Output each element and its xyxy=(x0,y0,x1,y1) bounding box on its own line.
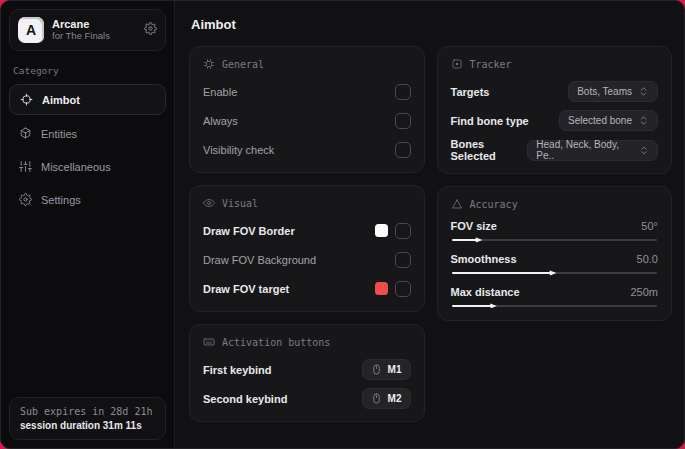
dropdown-value: Selected bone xyxy=(568,115,632,126)
visibility-check-checkbox[interactable] xyxy=(395,142,411,158)
setting-label: Draw FOV target xyxy=(203,283,289,295)
sub-expiry-text: Sub expires in 28d 21h xyxy=(20,406,155,417)
enable-checkbox[interactable] xyxy=(395,84,411,100)
general-card: General Enable Always Visibility check xyxy=(189,46,425,173)
main-content: Aimbot General Enable Always xyxy=(175,1,684,448)
setting-row-fov-size: FOV size 50° xyxy=(451,220,659,241)
activation-card-header: Activation buttons xyxy=(203,336,411,348)
slider-value: 250m xyxy=(630,286,658,298)
app-name: Arcane xyxy=(52,18,136,31)
app-header-card: A Arcane for The Finals xyxy=(9,9,166,51)
fov-size-slider[interactable] xyxy=(452,239,658,241)
dropdown-value: Bots, Teams xyxy=(577,86,632,97)
setting-label: Bones Selected xyxy=(451,138,528,162)
setting-row-fov-target: Draw FOV target xyxy=(203,277,411,300)
fov-border-checkbox[interactable] xyxy=(395,223,411,239)
subscription-card: Sub expires in 28d 21h session duration … xyxy=(9,397,166,440)
setting-label: Targets xyxy=(451,86,490,98)
tracker-card: Tracker Targets Bots, Teams Find bone ty… xyxy=(437,46,673,174)
accuracy-card-header: Accuracy xyxy=(451,198,659,210)
find-bone-type-dropdown[interactable]: Selected bone xyxy=(559,110,658,131)
activation-card: Activation buttons First keybind M1 Seco… xyxy=(189,324,425,422)
first-keybind-button[interactable]: M1 xyxy=(362,359,411,380)
triangle-icon xyxy=(451,198,463,210)
setting-label: Max distance xyxy=(451,286,520,298)
max-distance-slider[interactable] xyxy=(452,305,658,307)
chevrons-up-down-icon xyxy=(639,145,649,156)
setting-label: First keybind xyxy=(203,364,271,376)
chevrons-up-down-icon xyxy=(638,115,649,126)
card-title: Activation buttons xyxy=(222,337,330,348)
targets-dropdown[interactable]: Bots, Teams xyxy=(568,81,658,102)
setting-row-fov-background: Draw FOV Background xyxy=(203,248,411,271)
chevrons-up-down-icon xyxy=(638,86,649,97)
setting-label: FOV size xyxy=(451,220,497,232)
focus-icon xyxy=(451,58,463,70)
settings-gear-icon[interactable] xyxy=(144,22,157,38)
setting-row-find-bone-type: Find bone type Selected bone xyxy=(451,109,659,132)
bones-selected-dropdown[interactable]: Head, Neck, Body, Pe.. xyxy=(527,140,658,161)
visual-card: Visual Draw FOV Border Draw FOV Backgrou… xyxy=(189,185,425,312)
setting-label: Smoothness xyxy=(451,253,517,265)
setting-label: Second keybind xyxy=(203,393,287,405)
slider-value: 50.0 xyxy=(637,253,658,265)
left-column: General Enable Always Visibility check xyxy=(189,46,425,422)
eye-icon xyxy=(203,197,215,209)
sliders-icon xyxy=(19,160,32,173)
setting-row-max-distance: Max distance 250m xyxy=(451,286,659,307)
slider-value: 50° xyxy=(641,220,658,232)
slider-thumb[interactable] xyxy=(475,237,482,244)
sidebar-item-label: Miscellaneous xyxy=(41,161,111,173)
setting-label: Draw FOV Background xyxy=(203,254,316,266)
crosshair-icon xyxy=(20,93,33,106)
fov-border-color-swatch[interactable] xyxy=(375,224,388,237)
sidebar-item-miscellaneous[interactable]: Miscellaneous xyxy=(9,152,166,181)
slider-thumb[interactable] xyxy=(549,270,556,277)
setting-label: Find bone type xyxy=(451,115,529,127)
sidebar: A Arcane for The Finals Category Aimbot … xyxy=(1,1,175,448)
keybind-value: M1 xyxy=(388,364,402,375)
mouse-icon xyxy=(371,393,382,404)
tracker-card-header: Tracker xyxy=(451,58,659,70)
setting-row-targets: Targets Bots, Teams xyxy=(451,80,659,103)
app-title-block: Arcane for The Finals xyxy=(52,18,136,42)
setting-row-smoothness: Smoothness 50.0 xyxy=(451,253,659,274)
setting-row-fov-border: Draw FOV Border xyxy=(203,219,411,242)
setting-row-second-keybind: Second keybind M2 xyxy=(203,387,411,410)
setting-row-visibility-check: Visibility check xyxy=(203,138,411,161)
card-title: Tracker xyxy=(470,59,512,70)
card-title: Visual xyxy=(222,198,258,209)
smoothness-slider[interactable] xyxy=(452,272,658,274)
always-checkbox[interactable] xyxy=(395,113,411,129)
dropdown-value: Head, Neck, Body, Pe.. xyxy=(536,139,632,161)
accuracy-card: Accuracy FOV size 50° xyxy=(437,186,673,321)
general-icon xyxy=(203,58,215,70)
sidebar-item-label: Entities xyxy=(41,128,77,140)
slider-thumb[interactable] xyxy=(490,303,497,310)
fov-target-color-swatch[interactable] xyxy=(375,282,388,295)
sidebar-item-label: Settings xyxy=(41,194,81,206)
category-label: Category xyxy=(13,65,166,76)
entities-icon xyxy=(19,127,32,140)
sidebar-item-label: Aimbot xyxy=(42,94,80,106)
visual-card-header: Visual xyxy=(203,197,411,209)
keybind-value: M2 xyxy=(388,393,402,404)
second-keybind-button[interactable]: M2 xyxy=(362,388,411,409)
app-logo: A xyxy=(18,17,44,43)
setting-row-first-keybind: First keybind M1 xyxy=(203,358,411,381)
sidebar-item-entities[interactable]: Entities xyxy=(9,119,166,148)
setting-label: Enable xyxy=(203,86,237,98)
keyboard-icon xyxy=(203,336,215,348)
sidebar-item-settings[interactable]: Settings xyxy=(9,185,166,214)
fov-background-checkbox[interactable] xyxy=(395,252,411,268)
sidebar-item-aimbot[interactable]: Aimbot xyxy=(9,84,166,115)
fov-target-checkbox[interactable] xyxy=(395,281,411,297)
app-subtitle: for The Finals xyxy=(52,31,136,42)
mouse-icon xyxy=(371,364,382,375)
setting-row-bones-selected: Bones Selected Head, Neck, Body, Pe.. xyxy=(451,138,659,162)
page-title: Aimbot xyxy=(191,17,672,32)
right-column: Tracker Targets Bots, Teams Find bone ty… xyxy=(437,46,673,422)
card-title: Accuracy xyxy=(470,199,518,210)
setting-row-always: Always xyxy=(203,109,411,132)
session-duration-text: session duration 31m 11s xyxy=(20,420,155,431)
